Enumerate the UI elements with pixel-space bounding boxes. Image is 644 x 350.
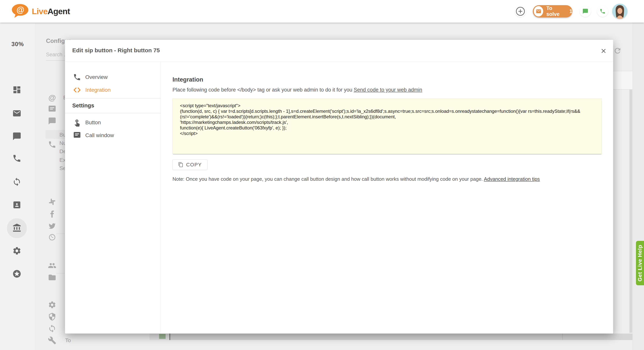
top-bar: @ LiveAgent To solve 1: [0, 0, 644, 22]
divider: [65, 98, 160, 98]
copy-button[interactable]: COPY: [172, 159, 208, 170]
tab-integration[interactable]: Integration: [65, 85, 160, 95]
config-subitem[interactable]: Ex: [60, 157, 66, 163]
send-code-link[interactable]: Send code to your web admin: [354, 87, 422, 93]
integration-code-box[interactable]: <script type="text/javascript"> (functio…: [172, 98, 602, 154]
svg-text:@: @: [16, 5, 24, 14]
divider: [613, 71, 633, 71]
button-preview-swatch: [159, 334, 166, 339]
settings-section-label: Settings: [72, 102, 94, 109]
logo-bubble-icon: @: [11, 3, 29, 19]
modal-header: Edit sip button - Right button 75: [65, 40, 613, 62]
dashboard-icon[interactable]: [12, 85, 22, 94]
integration-code: <script type="text/javascript"> (functio…: [180, 103, 596, 136]
advanced-tips-link[interactable]: Advanced integration tips: [484, 176, 540, 182]
phone-icon[interactable]: [12, 154, 22, 163]
new-chat-button[interactable]: [580, 6, 591, 17]
app-sidebar: 30%: [0, 22, 35, 350]
contact-card-icon[interactable]: [12, 200, 22, 209]
viber-icon: [48, 233, 56, 242]
to-solve-count: 1: [570, 8, 572, 14]
at-icon: @: [48, 93, 56, 102]
to-solve-button[interactable]: To solve 1: [533, 5, 572, 17]
wrench-icon: [48, 336, 56, 345]
facebook-icon: [48, 210, 56, 218]
chat-icon: [48, 117, 56, 125]
modal-title: Edit sip button - Right button 75: [72, 47, 160, 54]
liveagent-app: 30% Configur Search ... @ Em Co: [0, 0, 644, 350]
right-gutter: [633, 22, 644, 350]
liveagent-logo[interactable]: @ LiveAgent: [11, 3, 70, 19]
bank-icon[interactable]: [12, 223, 22, 232]
avatar[interactable]: [612, 4, 628, 19]
modal-sidebar-border: [160, 62, 161, 334]
tab-button[interactable]: Button: [65, 117, 160, 128]
sync-icon: [48, 324, 56, 333]
tab-call-window[interactable]: Call window: [65, 130, 160, 141]
divider: [65, 113, 160, 113]
logo-wordmark: LiveAgent: [32, 7, 70, 16]
tab-overview[interactable]: Overview: [65, 72, 160, 82]
gear-icon: [48, 301, 56, 309]
edit-sip-button-modal: Edit sip button - Right button 75 Overvi…: [65, 40, 613, 334]
shield-icon: [48, 313, 56, 321]
cycle-icon[interactable]: [12, 177, 22, 186]
phone-icon: [48, 140, 56, 149]
divider: [170, 334, 170, 340]
code-icon: [73, 86, 81, 94]
agents-icon: [48, 261, 56, 270]
get-live-help-label: Get Live Help: [637, 245, 643, 282]
integration-heading: Integration: [172, 76, 203, 83]
star-icon[interactable]: [12, 269, 22, 278]
gear-icon[interactable]: [12, 246, 22, 255]
slack-icon: [48, 198, 56, 206]
copy-icon: [178, 162, 184, 167]
background-table-row: [150, 334, 632, 340]
get-live-help-tab[interactable]: Get Live Help: [636, 241, 644, 285]
add-button[interactable]: [515, 6, 526, 17]
folder-icon: [48, 273, 56, 282]
usage-percentage: 30%: [0, 41, 35, 48]
chat-icon[interactable]: [12, 132, 22, 141]
integration-note: Note: Once you have code on your page, y…: [172, 176, 613, 182]
divider: [562, 334, 563, 340]
twitter-icon: [48, 222, 56, 230]
config-item-tools[interactable]: To: [46, 336, 71, 345]
integration-instruction: Place following code before </body> tag …: [172, 87, 602, 93]
refresh-icon[interactable]: [613, 46, 622, 55]
mail-icon[interactable]: [12, 109, 22, 118]
new-call-button[interactable]: [597, 6, 608, 17]
envelope-icon: [534, 6, 543, 16]
background-panel-band: [613, 71, 632, 89]
close-icon[interactable]: [599, 47, 608, 55]
touch-icon: [73, 118, 81, 127]
phone-icon: [73, 73, 81, 81]
note-icon: [48, 105, 56, 113]
window-icon: [73, 131, 81, 139]
to-solve-label: To solve: [546, 5, 565, 17]
scrollbar[interactable]: [630, 90, 632, 333]
